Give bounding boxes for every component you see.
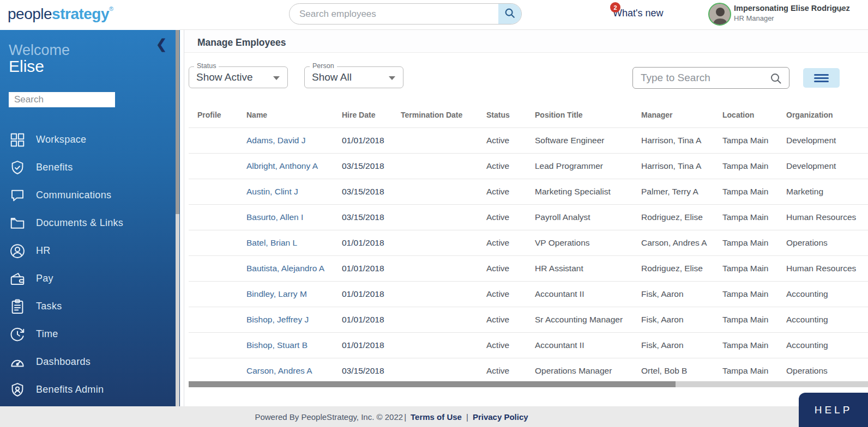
sidebar-scrollbar-thumb[interactable] bbox=[176, 30, 179, 214]
table-row: Basurto, Allen I 03/15/2018 Active Payro… bbox=[189, 204, 868, 230]
organization-cell: Marketing bbox=[777, 187, 868, 197]
column-header-termination-date: Termination Date bbox=[392, 111, 478, 119]
organization-cell: Operations bbox=[777, 366, 868, 376]
tasks-icon bbox=[9, 298, 26, 315]
benefits-admin-icon bbox=[9, 381, 26, 399]
employee-name-link[interactable]: Batel, Brian L bbox=[246, 238, 297, 247]
status-cell: Active bbox=[478, 264, 526, 273]
user-menu[interactable]: Impersonating Elise Rodriguez HR Manager bbox=[734, 4, 850, 22]
sidebar-item-documents-links[interactable]: Documents & Links bbox=[0, 209, 180, 237]
sidebar-item-dashboards[interactable]: Dashboards bbox=[0, 348, 180, 376]
status-cell: Active bbox=[478, 366, 526, 376]
horizontal-scrollbar[interactable] bbox=[189, 381, 868, 387]
benefits-icon bbox=[9, 159, 26, 176]
sidebar-item-tasks[interactable]: Tasks bbox=[0, 292, 180, 320]
privacy-policy-link[interactable]: Privacy Policy bbox=[473, 412, 528, 422]
employee-name-link[interactable]: Albright, Anthony A bbox=[246, 161, 318, 170]
manager-cell: Harrison, Tina A bbox=[632, 161, 714, 171]
powered-by-text: Powered By PeopleStrategy, Inc. © 2022 bbox=[255, 412, 403, 422]
table-row: Albright, Anthony A 03/15/2018 Active Le… bbox=[189, 153, 868, 179]
user-role: HR Manager bbox=[734, 14, 850, 22]
organization-cell: Accounting bbox=[777, 315, 868, 325]
organization-cell: Operations bbox=[777, 238, 868, 248]
location-cell: Tampa Main bbox=[714, 289, 777, 299]
column-header-location: Location bbox=[714, 111, 777, 119]
sidebar-item-pay[interactable]: Pay bbox=[0, 265, 180, 292]
sidebar-item-benefits-admin[interactable]: Benefits Admin bbox=[0, 376, 180, 404]
chevron-down-icon[interactable] bbox=[835, 5, 844, 14]
logo-registered-mark: ® bbox=[109, 5, 113, 12]
employee-search-button[interactable] bbox=[498, 4, 521, 24]
organization-cell: Human Resources bbox=[777, 264, 868, 273]
organization-cell: Accounting bbox=[777, 340, 868, 350]
peoplestrategy-logo[interactable]: peoplestrategy® bbox=[8, 5, 113, 23]
status-filter-label: Status bbox=[194, 62, 219, 70]
employee-name-link[interactable]: Adams, David J bbox=[246, 136, 306, 145]
person-filter-select[interactable]: Person Show All bbox=[304, 66, 403, 88]
sidebar-scrollbar[interactable] bbox=[176, 30, 179, 406]
position-title-cell: Marketing Specialist bbox=[526, 187, 632, 197]
sidebar-item-communications[interactable]: Communications bbox=[0, 181, 180, 209]
column-header-organization: Organization bbox=[777, 111, 868, 119]
organization-cell: Accounting bbox=[777, 289, 868, 299]
position-title-cell: Software Engineer bbox=[526, 136, 632, 145]
sidebar-item-time[interactable]: Time bbox=[0, 320, 180, 348]
table-menu-button[interactable] bbox=[803, 68, 840, 88]
location-cell: Tampa Main bbox=[714, 212, 777, 222]
person-filter-value: Show All bbox=[312, 71, 352, 83]
employee-name-link[interactable]: Bindley, Larry M bbox=[246, 289, 307, 298]
hire-date-cell: 01/01/2018 bbox=[333, 340, 392, 350]
help-button[interactable]: HELP bbox=[799, 393, 868, 427]
status-filter-value: Show Active bbox=[196, 71, 253, 83]
position-title-cell: Payroll Analyst bbox=[526, 212, 632, 222]
status-cell: Active bbox=[478, 161, 526, 171]
status-cell: Active bbox=[478, 136, 526, 145]
location-cell: Tampa Main bbox=[714, 187, 777, 197]
sidebar-item-label: Documents & Links bbox=[36, 217, 123, 229]
user-avatar[interactable] bbox=[708, 3, 731, 26]
sidebar-user-first-name: Elise bbox=[9, 57, 44, 76]
manager-cell: Fisk, Aaron bbox=[632, 315, 714, 325]
dropdown-arrow-icon bbox=[389, 76, 395, 80]
column-header-status: Status bbox=[478, 111, 526, 119]
hire-date-cell: 03/15/2018 bbox=[333, 187, 392, 197]
terms-of-use-link[interactable]: Terms of Use bbox=[411, 412, 462, 422]
workspace-icon bbox=[9, 131, 26, 149]
employee-name-link[interactable]: Basurto, Allen I bbox=[246, 212, 303, 222]
logo-part1: people bbox=[8, 5, 52, 22]
manager-cell: Rodriguez, Elise bbox=[632, 212, 714, 222]
column-header-profile: Profile bbox=[189, 111, 238, 119]
sidebar-item-label: Pay bbox=[36, 273, 53, 284]
employee-name-link[interactable]: Bishop, Stuart B bbox=[246, 340, 308, 350]
employee-name-link[interactable]: Austin, Clint J bbox=[246, 187, 298, 196]
sidebar-item-benefits[interactable]: Benefits bbox=[0, 154, 180, 181]
sidebar-item-label: Benefits Admin bbox=[36, 384, 104, 395]
position-title-cell: HR Assistant bbox=[526, 264, 632, 273]
employee-name-link[interactable]: Bishop, Jeffrey J bbox=[246, 315, 309, 324]
manager-cell: Ortel, Bob B bbox=[632, 366, 714, 376]
employee-search-input[interactable] bbox=[290, 4, 498, 24]
hire-date-cell: 01/01/2018 bbox=[333, 289, 392, 299]
organization-cell: Development bbox=[777, 161, 868, 171]
status-cell: Active bbox=[478, 315, 526, 325]
sidebar-item-label: Tasks bbox=[36, 301, 62, 312]
sidebar-item-workspace[interactable]: Workspace bbox=[0, 126, 180, 154]
sidebar-nav: Workspace Benefits Communications Docume… bbox=[0, 126, 180, 404]
horizontal-scrollbar-thumb[interactable] bbox=[189, 381, 676, 387]
sidebar-search-input[interactable] bbox=[9, 92, 115, 107]
hire-date-cell: 03/15/2018 bbox=[333, 212, 392, 222]
position-title-cell: Operations Manager bbox=[526, 366, 632, 376]
table-body: Adams, David J 01/01/2018 Active Softwar… bbox=[189, 127, 868, 383]
sidebar-collapse-chevron-icon[interactable]: ❮ bbox=[156, 38, 167, 51]
column-header-hire-date: Hire Date bbox=[333, 111, 392, 119]
sidebar-item-hr[interactable]: HR bbox=[0, 237, 180, 265]
location-cell: Tampa Main bbox=[714, 366, 777, 376]
employee-name-link[interactable]: Carson, Andres A bbox=[246, 366, 312, 375]
table-search-input[interactable] bbox=[633, 68, 764, 88]
whats-new-link[interactable]: What's new bbox=[613, 8, 663, 19]
hire-date-cell: 01/01/2018 bbox=[333, 264, 392, 273]
filter-bar: Status Show Active Person Show All bbox=[184, 53, 868, 102]
status-filter-select[interactable]: Status Show Active bbox=[189, 66, 288, 88]
employee-name-link[interactable]: Bautista, Alejandro A bbox=[246, 264, 324, 273]
footer: Powered By PeopleStrategy, Inc. © 2022 |… bbox=[0, 406, 868, 427]
